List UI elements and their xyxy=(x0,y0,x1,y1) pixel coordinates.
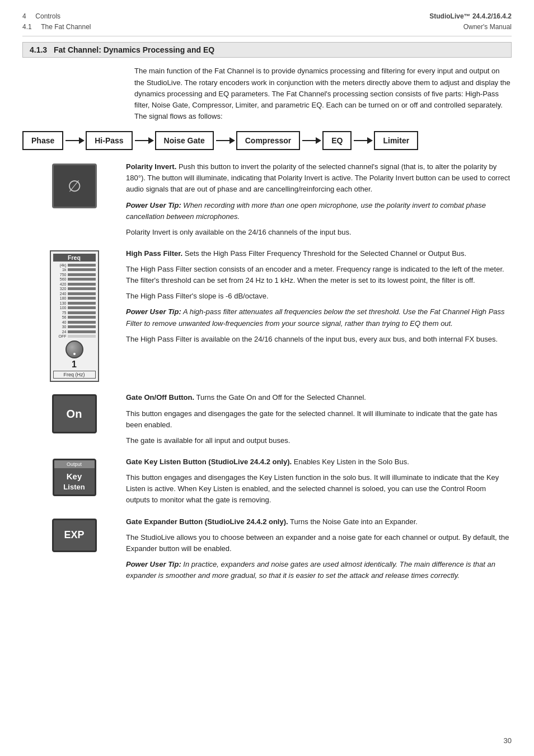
freq-meter-row: 320 xyxy=(53,287,96,291)
gate-on-button[interactable]: On xyxy=(52,394,97,433)
polarity-body: Push this button to invert the polarity … xyxy=(126,162,510,193)
freq-meter-row: 100 xyxy=(53,306,96,310)
freq-knob-number: 1 xyxy=(72,360,77,370)
section-number: 4.1.3 xyxy=(30,45,47,54)
gate-exp-tip-label: Power User Tip: xyxy=(126,560,181,568)
highpass-title: High Pass Filter. xyxy=(126,249,182,258)
freq-meter-row: 750 xyxy=(53,273,96,277)
highpass-body2: The High Pass Filter section consists of… xyxy=(126,264,512,286)
freq-meter-row: 560 xyxy=(53,277,96,281)
manual-title: Owner's Manual xyxy=(463,23,512,31)
section-title: The Fat Channel xyxy=(41,23,91,31)
signal-flow-diagram: Phase Hi-Pass Noise Gate Compressor EQ xyxy=(22,131,512,150)
gate-on-availability: The gate is available for all input and … xyxy=(126,435,512,446)
gate-exp-title: Gate Expander Button (StudioLive 24.4.2 … xyxy=(126,517,288,526)
freq-meter-row: OFF xyxy=(53,334,96,338)
gate-on-text: Gate On/Off Button. Turns the Gate On an… xyxy=(126,392,512,446)
chapter-title: Controls xyxy=(35,12,60,20)
highpass-text: High Pass Filter. Sets the High Pass Fil… xyxy=(126,248,512,345)
gate-key-body: Enables Key Listen in the Solo Bus. xyxy=(294,458,409,466)
gate-on-row: On Gate On/Off Button. Turns the Gate On… xyxy=(22,392,512,446)
page-number: 30 xyxy=(504,736,512,745)
freq-meter-row: 24 xyxy=(53,330,96,334)
highpass-slope: The High Pass Filter's slope is -6 dB/oc… xyxy=(126,291,512,302)
key-listen-output-label: Output xyxy=(54,460,95,468)
freq-bars: (4k) 1k 750 560 420 320 240 180 130 10 xyxy=(53,263,96,339)
section-title-bar: 4.1.3 Fat Channel: Dynamics Processing a… xyxy=(22,42,512,58)
signal-flow-limiter: Limiter xyxy=(374,131,418,150)
chapter-num: 4 xyxy=(22,12,26,20)
polarity-text: Polarity Invert. Push this button to inv… xyxy=(126,161,512,238)
gate-exp-row: EXP Gate Expander Button (StudioLive 24.… xyxy=(22,516,512,582)
highpass-body: Sets the High Pass Filter Frequency Thre… xyxy=(185,249,466,258)
header-left: 4 Controls 4.1 The Fat Channel xyxy=(22,11,91,32)
freq-meter-row: 130 xyxy=(53,301,96,305)
signal-flow-phase: Phase xyxy=(22,131,63,150)
svg-marker-3 xyxy=(148,137,154,144)
gate-on-image: On xyxy=(22,392,126,433)
freq-meter-row: 30 xyxy=(53,325,96,329)
key-listen-button[interactable]: Output Key Listen xyxy=(53,459,96,496)
highpass-tip-text: A high-pass filter attenuates all freque… xyxy=(126,307,505,327)
polarity-title: Polarity Invert. xyxy=(126,162,176,171)
gate-exp-tip-text: In practice, expanders and noise gates a… xyxy=(126,560,495,580)
highpass-image: Freq (4k) 1k 750 560 420 320 240 180 xyxy=(22,248,126,382)
gate-exp-body: Turns the Noise Gate into an Expander. xyxy=(290,517,418,526)
arrow-5 xyxy=(353,134,373,147)
gate-exp-image: EXP xyxy=(22,516,126,552)
arrow-3 xyxy=(215,134,235,147)
arrow-2 xyxy=(134,134,154,147)
signal-flow-compressor: Compressor xyxy=(236,131,300,150)
knob-dot xyxy=(73,353,76,355)
freq-meter-row: 75 xyxy=(53,311,96,315)
highpass-availability: The High Pass Filter is available on the… xyxy=(126,334,512,345)
key-listen-key-label: Key xyxy=(67,468,82,483)
intro-paragraph: The main function of the Fat Channel is … xyxy=(134,66,512,122)
exp-button[interactable]: EXP xyxy=(52,519,97,552)
key-listen-listen-label: Listen xyxy=(63,483,85,494)
gate-on-title: Gate On/Off Button. xyxy=(126,393,194,402)
freq-meter-row: 40 xyxy=(53,320,96,324)
gate-key-title: Gate Key Listen Button (StudioLive 24.4.… xyxy=(126,458,292,466)
freq-sublabel: Freq (Hz) xyxy=(53,371,96,379)
svg-marker-1 xyxy=(79,137,85,144)
gate-exp-body2: The StudioLive allows you to choose betw… xyxy=(126,532,512,554)
freq-meter-row: (4k) xyxy=(53,263,96,267)
svg-marker-5 xyxy=(229,137,235,144)
polarity-availability: Polarity Invert is only available on the… xyxy=(126,227,512,238)
freq-meter-row: 1k xyxy=(53,268,96,272)
arrow-1 xyxy=(64,134,85,147)
gate-on-body2: This button engages and disengages the g… xyxy=(126,408,512,431)
freq-meter-row: 180 xyxy=(53,296,96,300)
section-num: 4.1 xyxy=(22,23,32,31)
gate-on-body: Turns the Gate On and Off for the Select… xyxy=(196,393,366,402)
gate-key-row: Output Key Listen Gate Key Listen Button… xyxy=(22,456,512,506)
svg-marker-7 xyxy=(316,137,321,144)
highpass-tip-label: Power User Tip: xyxy=(126,307,181,316)
header-right: StudioLive™ 24.4.2/16.4.2 Owner's Manual xyxy=(429,11,512,32)
freq-widget-title: Freq xyxy=(53,254,96,262)
gate-exp-text: Gate Expander Button (StudioLive 24.4.2 … xyxy=(126,516,512,582)
page-header: 4 Controls 4.1 The Fat Channel StudioLiv… xyxy=(22,11,512,36)
freq-knob[interactable] xyxy=(65,340,83,358)
freq-meter-row: 56 xyxy=(53,315,96,319)
svg-marker-9 xyxy=(367,137,373,144)
freq-meter-row: 420 xyxy=(53,282,96,286)
arrow-4 xyxy=(301,134,321,147)
gate-key-body2: This button engages and disengages the K… xyxy=(126,472,512,506)
polarity-button[interactable]: ∅ xyxy=(52,164,97,208)
gate-key-text: Gate Key Listen Button (StudioLive 24.4.… xyxy=(126,456,512,506)
freq-widget: Freq (4k) 1k 750 560 420 320 240 180 xyxy=(50,250,99,382)
polarity-image: ∅ xyxy=(22,161,126,208)
gate-key-image: Output Key Listen xyxy=(22,456,126,496)
section-heading: Fat Channel: Dynamics Processing and EQ xyxy=(54,45,214,54)
signal-flow-noisegate: Noise Gate xyxy=(155,131,214,150)
highpass-row: Freq (4k) 1k 750 560 420 320 240 180 xyxy=(22,248,512,382)
freq-meter-row: 240 xyxy=(53,292,96,296)
product-name: StudioLive™ 24.4.2/16.4.2 xyxy=(429,12,512,20)
signal-flow-hipass: Hi-Pass xyxy=(86,131,132,150)
polarity-tip-label: Power User Tip: xyxy=(126,201,181,209)
polarity-invert-row: ∅ Polarity Invert. Push this button to i… xyxy=(22,161,512,238)
freq-widget-bottom: 1 xyxy=(53,340,96,370)
signal-flow-eq: EQ xyxy=(322,131,352,150)
